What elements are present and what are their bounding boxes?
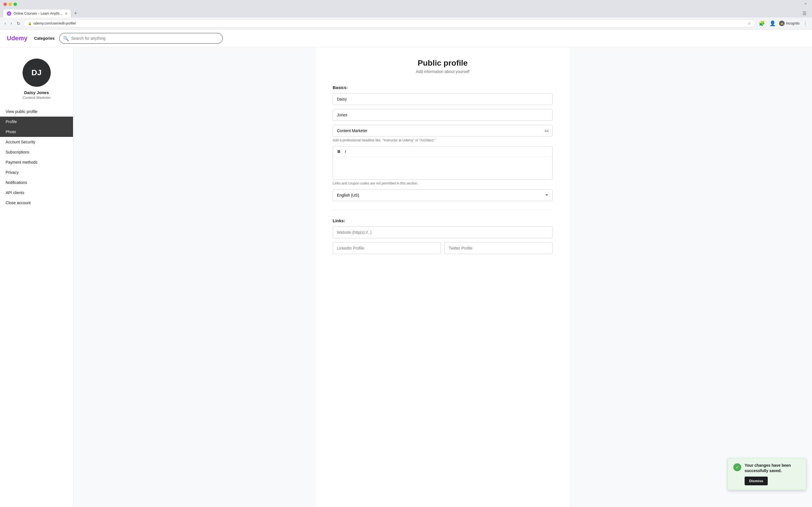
- window-close-dot[interactable]: [3, 3, 7, 6]
- links-label: Links:: [333, 218, 553, 223]
- main-content: Public profile Add information about you…: [316, 47, 569, 507]
- section-divider: [333, 210, 553, 210]
- sidebar-item-privacy[interactable]: Privacy: [0, 167, 73, 177]
- bio-editor: B I: [333, 146, 553, 180]
- first-name-input[interactable]: [333, 93, 553, 105]
- sidebar-item-notifications[interactable]: Notifications: [0, 177, 73, 187]
- user-title: Content Marketer: [22, 96, 50, 100]
- sidebar-item-payment-methods[interactable]: Payment methods: [0, 157, 73, 167]
- incognito-icon: 🕵: [779, 20, 784, 26]
- user-name: Daisy Jones: [24, 90, 49, 95]
- search-input[interactable]: [59, 33, 223, 44]
- address-text: udemy.com/user/edit-profile/: [34, 21, 746, 25]
- sidebar-item-close-account[interactable]: Close account: [0, 198, 73, 208]
- window-maximize-dot[interactable]: [13, 3, 17, 6]
- back-button[interactable]: ‹: [3, 20, 7, 27]
- headline-wrap: 44: [333, 125, 553, 136]
- sidebar-item-api-clients[interactable]: API clients: [0, 187, 73, 198]
- profile-icon[interactable]: 👤: [768, 19, 777, 27]
- sidebar: DJ Daisy Jones Content Marketer View pub…: [0, 47, 73, 507]
- page-subtitle: Add information about yourself: [333, 69, 553, 74]
- page-content: DJ Daisy Jones Content Marketer View pub…: [0, 47, 812, 507]
- toast-dismiss-button[interactable]: Dismiss: [745, 476, 768, 485]
- bio-bold-button[interactable]: B: [336, 149, 342, 154]
- last-name-input[interactable]: [333, 109, 553, 121]
- search-icon: 🔍: [63, 36, 69, 41]
- search-bar[interactable]: 🔍: [59, 33, 223, 44]
- twitter-input[interactable]: [444, 242, 553, 254]
- headline-hint: Add a professional headline like, "Instr…: [333, 138, 553, 142]
- extensions-icon[interactable]: 🧩: [758, 19, 766, 27]
- logo-text: Udemy: [7, 35, 28, 42]
- website-input[interactable]: [333, 226, 553, 238]
- bookmark-icon[interactable]: ☆: [748, 21, 751, 25]
- incognito-button[interactable]: 🕵 Incognito: [779, 20, 800, 26]
- categories-button[interactable]: Categories: [34, 36, 54, 41]
- refresh-button[interactable]: ↻: [15, 20, 21, 27]
- bio-toolbar: B I: [333, 147, 552, 157]
- toast-content: Your changes have been successfully save…: [745, 463, 801, 485]
- sidebar-view-profile-link[interactable]: View public profile: [0, 107, 73, 117]
- bio-italic-button[interactable]: I: [344, 149, 347, 154]
- social-links-row: [333, 242, 553, 254]
- app-header: Udemy Categories 🔍: [0, 30, 812, 47]
- browser-tab[interactable]: U Online Courses – Learn Anythi… ×: [3, 10, 71, 17]
- sidebar-item-subscriptions[interactable]: Subscriptions: [0, 147, 73, 157]
- forward-button[interactable]: ›: [9, 20, 13, 27]
- logo[interactable]: Udemy: [7, 35, 28, 42]
- headline-input[interactable]: [333, 125, 553, 136]
- incognito-label: Incognito: [786, 21, 800, 25]
- tab-favicon: U: [7, 11, 11, 16]
- browser-new-window-icon[interactable]: ⌃: [803, 2, 809, 8]
- sidebar-item-photo[interactable]: Photo: [0, 127, 73, 137]
- avatar-section: DJ Daisy Jones Content Marketer: [0, 53, 73, 107]
- window-minimize-dot[interactable]: [8, 3, 12, 6]
- page-title: Public profile: [333, 59, 553, 68]
- tab-title: Online Courses – Learn Anythi…: [13, 11, 63, 15]
- basics-label: Basics:: [333, 85, 553, 90]
- bio-text-area[interactable]: [333, 157, 552, 179]
- headline-char-count: 44: [545, 129, 549, 133]
- new-tab-button[interactable]: +: [72, 9, 80, 17]
- address-bar[interactable]: 🔒 udemy.com/user/edit-profile/ ☆: [24, 19, 756, 27]
- sidebar-item-profile[interactable]: Profile: [0, 117, 73, 127]
- sidebar-nav: View public profile Profile Photo Accoun…: [0, 107, 73, 208]
- linkedin-input[interactable]: [333, 242, 441, 254]
- toast-check-icon: ✓: [733, 463, 741, 471]
- browser-nav-bar: ‹ › ↻ 🔒 udemy.com/user/edit-profile/ ☆ 🧩…: [0, 17, 812, 30]
- language-select[interactable]: English (US) Español Français Deutsch 日本…: [333, 189, 553, 201]
- user-avatar: DJ: [22, 59, 51, 87]
- success-toast: ✓ Your changes have been successfully sa…: [727, 458, 806, 490]
- browser-more-button[interactable]: ⋮: [802, 20, 809, 27]
- tab-close-button[interactable]: ×: [65, 11, 67, 16]
- browser-menu-icon[interactable]: ☰: [800, 10, 809, 17]
- toast-message: Your changes have been successfully save…: [745, 463, 801, 474]
- lock-icon: 🔒: [28, 22, 32, 25]
- sidebar-item-account-security[interactable]: Account Security: [0, 137, 73, 147]
- bio-hint: Links and coupon codes are not permitted…: [333, 181, 553, 185]
